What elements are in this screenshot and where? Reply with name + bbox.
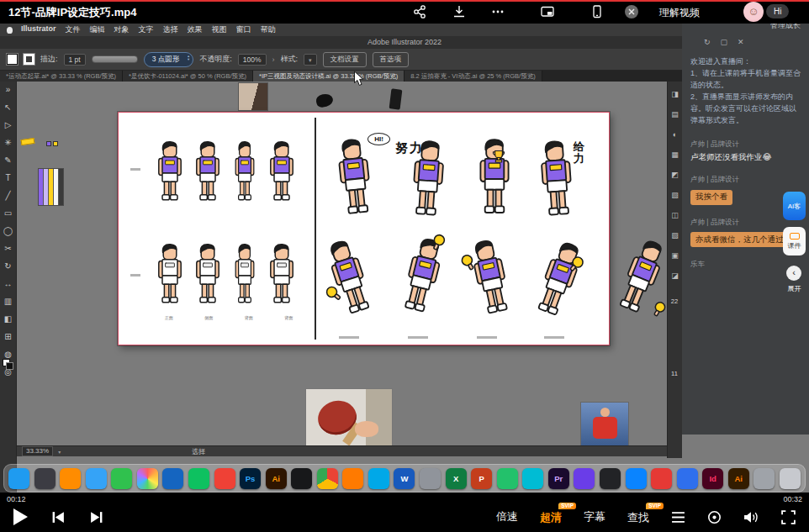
document-tab[interactable]: *是优饮卡-011024.ai* @ 50 % (RGB/预览): [123, 71, 253, 82]
stroke-weight-select[interactable]: 1 pt: [64, 54, 86, 66]
dock-app-icon[interactable]: [522, 468, 543, 489]
panel-tab-icon[interactable]: ▤: [671, 110, 679, 119]
dock-app-icon[interactable]: Ai: [266, 468, 287, 489]
toolbar-tool-icon[interactable]: ⊞: [4, 333, 11, 341]
chevron-down-icon[interactable]: ▾: [58, 449, 61, 455]
dock-app-icon[interactable]: [600, 468, 621, 489]
artboard[interactable]: HI! 努力 给力 正面侧面背面背面: [118, 112, 610, 345]
menu-item[interactable]: Illustrator: [21, 24, 56, 35]
menu-item[interactable]: 选择: [163, 24, 178, 35]
toolbar-color-swatches[interactable]: [3, 359, 14, 371]
panel-tab-icon[interactable]: ▧: [671, 191, 679, 199]
dock-app-icon[interactable]: P: [471, 468, 492, 489]
dock-app-icon[interactable]: [677, 468, 698, 489]
chat-username[interactable]: 卢帅 | 品牌设计: [690, 140, 801, 150]
dock-app-icon[interactable]: [753, 468, 775, 489]
collapse-chat-button[interactable]: [786, 266, 801, 281]
preferences-button[interactable]: 首选项: [373, 52, 410, 67]
pip-icon[interactable]: [540, 4, 555, 19]
share-icon[interactable]: [412, 4, 427, 19]
courseware-button[interactable]: 课件: [783, 227, 806, 255]
fullscreen-icon[interactable]: [781, 510, 796, 524]
panel-tab-icon[interactable]: ◩: [671, 171, 679, 179]
dock-app-icon[interactable]: [111, 468, 132, 489]
brush-select[interactable]: 3 点圆形: [144, 52, 194, 67]
menu-item[interactable]: 文件: [66, 24, 81, 35]
dock-app-icon[interactable]: [651, 468, 672, 489]
toolbar-tool-icon[interactable]: ↖: [4, 103, 11, 112]
chat-header-icon[interactable]: ▢: [721, 38, 728, 46]
ai-assistant-button[interactable]: AI客: [783, 192, 806, 220]
dock-app-icon[interactable]: [8, 468, 29, 489]
toolbar-tool-icon[interactable]: T: [5, 174, 10, 182]
chat-username[interactable]: 卢帅 | 品牌设计: [690, 175, 801, 185]
dock-app-icon[interactable]: [342, 468, 363, 489]
chat-header-icon[interactable]: ✕: [738, 38, 744, 46]
subtitle-button[interactable]: 字幕: [584, 509, 605, 524]
toolbar-tool-icon[interactable]: ◍: [4, 350, 12, 359]
user-avatar[interactable]: ☺: [743, 2, 764, 22]
dock-app-icon[interactable]: [60, 468, 81, 489]
dock-app-icon[interactable]: Ps: [240, 468, 261, 489]
dock-app-icon[interactable]: [420, 468, 441, 489]
toolbar-tool-icon[interactable]: ◯: [3, 227, 13, 235]
panel-tab-icon[interactable]: ▦: [671, 150, 679, 159]
dock-app-icon[interactable]: [188, 468, 209, 489]
toolbar-tool-icon[interactable]: ↻: [4, 262, 11, 271]
apple-menu-icon[interactable]: [7, 27, 13, 34]
toolbar-tool-icon[interactable]: ✳: [4, 139, 11, 147]
toolbar-tool-icon[interactable]: ◧: [4, 315, 12, 324]
close-icon[interactable]: [624, 4, 639, 19]
dock-app-icon[interactable]: [574, 468, 595, 489]
panel-tab-icon[interactable]: ◪: [671, 271, 679, 280]
chat-username[interactable]: 卢帅 | 品牌设计: [690, 218, 801, 228]
toolbar-tool-icon[interactable]: ↔: [4, 280, 13, 288]
volume-icon[interactable]: [743, 511, 759, 524]
dock-app-icon[interactable]: X: [446, 468, 467, 489]
zoom-level[interactable]: 33.33%: [22, 446, 53, 456]
dock-app-icon[interactable]: [317, 468, 338, 489]
toolbar-tool-icon[interactable]: »: [6, 86, 11, 94]
menu-item[interactable]: 视图: [212, 24, 227, 35]
next-episode-button[interactable]: [89, 510, 103, 524]
panel-tab-icon[interactable]: ◫: [671, 211, 679, 219]
more-icon[interactable]: [490, 4, 505, 19]
dock-app-icon[interactable]: [368, 468, 389, 489]
menu-item[interactable]: 效果: [188, 24, 203, 35]
chat-username[interactable]: 乐车: [690, 260, 801, 270]
chat-header-icon[interactable]: ↻: [704, 38, 711, 46]
menu-item[interactable]: 对象: [114, 24, 130, 35]
download-icon[interactable]: [452, 4, 467, 19]
toolbar-tool-icon[interactable]: ✂: [4, 245, 11, 253]
dock-app-icon[interactable]: [291, 468, 312, 489]
dock-app-icon[interactable]: [214, 468, 235, 489]
opacity-value[interactable]: 100%: [238, 54, 267, 66]
dock-app-icon[interactable]: [626, 468, 647, 489]
fill-swatch[interactable]: [7, 54, 18, 65]
panel-tab-icon[interactable]: ◐: [673, 130, 677, 139]
dock-app-icon[interactable]: Ai: [728, 468, 749, 489]
dock-app-icon[interactable]: [137, 468, 158, 489]
play-button[interactable]: [13, 508, 28, 525]
menu-item[interactable]: 编辑: [90, 24, 105, 35]
menu-item[interactable]: 文字: [139, 24, 154, 35]
chevron-right-icon[interactable]: ›: [272, 55, 275, 64]
toolbar-tool-icon[interactable]: ▷: [5, 121, 12, 129]
panel-tab-icon[interactable]: ◨: [671, 90, 679, 98]
dock-app-icon[interactable]: [34, 468, 56, 489]
dock-app-icon[interactable]: W: [394, 468, 415, 489]
dock-app-icon[interactable]: [162, 468, 183, 489]
toolbar-tool-icon[interactable]: ╱: [5, 192, 10, 200]
style-select[interactable]: [304, 54, 317, 66]
toolbar-tool-icon[interactable]: ▭: [4, 209, 12, 218]
document-tab[interactable]: 8.2 运拍赛克 - VI动态.ai @ 25 % (RGB/预览): [404, 71, 542, 82]
panel-tab-icon[interactable]: ▣: [671, 251, 679, 260]
expand-label[interactable]: 展开: [783, 284, 806, 293]
document-setup-button[interactable]: 文档设置: [323, 52, 367, 67]
dock-app-icon[interactable]: [780, 468, 801, 489]
playlist-icon[interactable]: [671, 511, 685, 524]
toolbar-tool-icon[interactable]: ✎: [4, 156, 11, 165]
dock-app-icon[interactable]: Id: [702, 468, 723, 489]
understand-video-button[interactable]: 理解视频: [659, 6, 700, 20]
document-tab-active[interactable]: *IP三视图及动态设计稿.ai @ 33.33 % (RGB/预览): [253, 71, 404, 82]
